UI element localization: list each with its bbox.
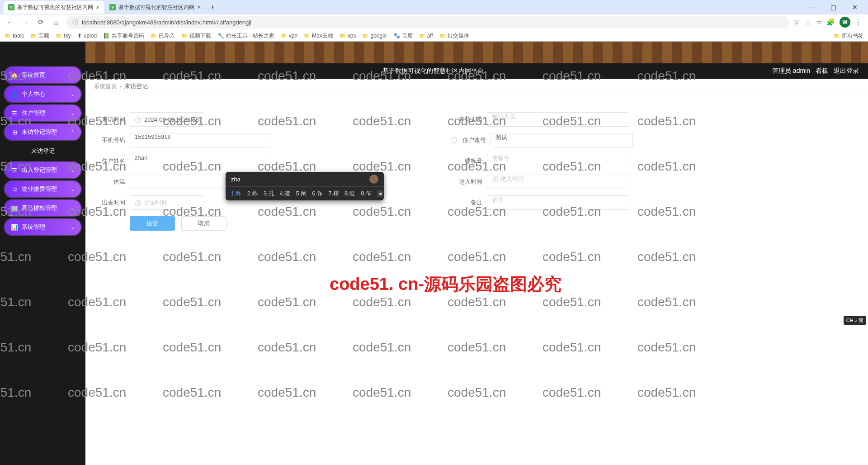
ime-cand-1[interactable]: 1.咋 (231, 190, 242, 198)
ime-cand-3[interactable]: 3.扎 (264, 190, 274, 198)
ime-logo-icon (369, 175, 378, 184)
sidebar-label: 住户管理 (22, 109, 45, 117)
ime-cand-7[interactable]: 7.榨 (328, 190, 339, 198)
bm-item[interactable]: ⬆ uplod (77, 33, 97, 39)
building-input[interactable]: 楼栋号 (487, 154, 629, 168)
submit-button[interactable]: 提交 (130, 216, 175, 231)
ime-prev-icon[interactable]: ◀ (377, 190, 383, 197)
chevron-down-icon: ⌄ (71, 110, 75, 116)
building-label: 楼栋号 (451, 157, 487, 165)
remark-input[interactable]: 备注 (487, 195, 629, 210)
close-window-icon[interactable]: ✕ (848, 4, 862, 11)
bm-folder[interactable]: Max云梯 (304, 32, 333, 40)
breadcrumb-sep: - (120, 83, 122, 90)
chart-icon: 📊 (11, 224, 18, 231)
breadcrumb-root[interactable]: 系统首页 (94, 82, 117, 90)
bm-item[interactable]: 🐾 百度 (393, 32, 413, 40)
sidebar-item-system[interactable]: 📊系统管理⌄ (5, 219, 81, 235)
ime-cand-2[interactable]: 2.炸 (247, 190, 258, 198)
bm-item[interactable]: 📗 共享账号密码 (103, 32, 144, 40)
building-icon: 🏢 (11, 205, 18, 212)
menu-icon[interactable]: ⋮ (855, 18, 862, 26)
chevron-down-icon: ⌄ (71, 91, 75, 97)
sidebar-item-profile[interactable]: 👤个人中心⌄ (5, 86, 81, 102)
profile-avatar[interactable]: W (840, 17, 850, 28)
exit-label: 出去时间 (94, 199, 130, 207)
bm-folder-tools[interactable]: tools (5, 33, 24, 39)
bm-folder[interactable]: aff (419, 33, 433, 39)
bookmarks-bar: tools 宝藏 txy ⬆ uplod 📗 共享账号密码 已导入 视频下载 🔧… (0, 30, 868, 42)
extensions-icon[interactable]: 🧩 (826, 18, 835, 26)
browser-tab-0[interactable]: V 基于数据可视化的智慧社区内网 × (4, 1, 104, 14)
sidebar-label: 系统首页 (22, 71, 45, 79)
ime-cand-4[interactable]: 4.渣 (280, 190, 291, 198)
sidebar-sub-visit[interactable]: 来访登记 (5, 143, 81, 159)
close-icon[interactable]: × (96, 4, 99, 11)
ime-cand-6[interactable]: 6.诈 (312, 190, 323, 198)
sidebar-label: 系统管理 (22, 223, 45, 231)
bm-folder[interactable]: txy (56, 33, 71, 39)
visit-time-input[interactable]: 2024-09-03 10:35:56 (130, 112, 204, 127)
bm-item[interactable]: 🔧 站长工具 - 站长之家 (217, 32, 274, 40)
ime-indicator[interactable]: CH ♪ 简 (844, 316, 866, 325)
radio-icon[interactable] (451, 137, 457, 143)
sidebar-item-fees[interactable]: 🗂物业缴费管理⌄ (5, 181, 81, 197)
app-root: 🏠系统首页 👤个人中心⌄ ☰住户管理⌄ ⊞来访登记管理⌃ 来访登记 ☰出入登记管… (0, 42, 868, 465)
translate-icon[interactable]: ⛬ (805, 19, 811, 26)
logout-link[interactable]: 退出登录 (834, 67, 859, 75)
name-input[interactable]: zhan (130, 154, 272, 168)
new-tab-button[interactable]: + (206, 1, 219, 14)
browser-tab-1[interactable]: V 基于数据可视化的智慧社区内网 × (105, 1, 205, 14)
kanban-link[interactable]: 看板 (816, 67, 828, 75)
bm-folder[interactable]: 宝藏 (30, 32, 49, 40)
chevron-down-icon: ⌄ (71, 167, 75, 173)
list-icon: ☰ (11, 167, 18, 174)
reload-button[interactable]: ⟳ (35, 17, 46, 28)
star-icon[interactable]: ☆ (816, 18, 822, 26)
bm-all[interactable]: 所有书签 (834, 32, 863, 40)
folder-icon: 🗂 (11, 186, 18, 193)
exit-input[interactable]: 出去时间 (130, 195, 204, 210)
bm-folder[interactable]: vps (340, 33, 356, 39)
grid-icon: ⊞ (11, 129, 18, 136)
url-input[interactable]: ⓘ localhost:8080/djangokm488/admin/dist/… (66, 16, 789, 28)
home-icon: 🏠 (11, 72, 18, 79)
home-button[interactable]: ⌂ (51, 17, 61, 28)
maximize-icon[interactable]: ▢ (826, 4, 840, 11)
bm-folder[interactable]: 视频下载 (181, 32, 211, 40)
sidebar-label: 个人中心 (22, 90, 45, 98)
ime-cand-9[interactable]: 9.乍 (361, 190, 372, 198)
minimize-icon[interactable]: — (805, 4, 818, 11)
sidebar-item-danger[interactable]: 🏢高危楼栋管理⌄ (5, 200, 81, 216)
ime-cand-8[interactable]: 8.眨 (344, 190, 355, 198)
url-text: localhost:8080/djangokm488/admin/dist/in… (82, 19, 251, 26)
decorative-band (85, 42, 868, 63)
tab-favicon-icon: V (8, 4, 14, 10)
forward-button[interactable]: → (20, 17, 31, 28)
sidebar-item-home[interactable]: 🏠系统首页 (5, 67, 81, 83)
key-icon[interactable]: ⚿ (793, 19, 800, 26)
sidebar-item-visit-reg[interactable]: ⊞来访登记管理⌃ (5, 124, 81, 140)
entry-label: 进入时间 (451, 178, 487, 186)
visitor-label: 来访人员 (451, 115, 487, 123)
phone-input[interactable]: 15915915918 (130, 133, 272, 147)
header-bar: 基于数据可视化的智慧社区内网平台 管理员 admin 看板 退出登录 (85, 63, 868, 79)
bm-folder[interactable]: 已导入 (151, 32, 175, 40)
bm-folder[interactable]: 社交媒体 (439, 32, 469, 40)
cancel-button[interactable]: 取消 (181, 216, 226, 231)
ime-candidates: 1.咋 2.炸 3.扎 4.渣 5.闸 6.诈 7.榨 8.眨 9.乍 ◀▶▾ (226, 187, 384, 200)
bm-folder[interactable]: google (362, 33, 387, 39)
chevron-down-icon: ⌄ (71, 205, 75, 211)
sidebar-item-residents[interactable]: ☰住户管理⌄ (5, 105, 81, 121)
window-controls: — ▢ ✕ (805, 4, 868, 11)
sidebar-item-access[interactable]: ☰出入登记管理⌄ (5, 162, 81, 178)
browser-chrome: V 基于数据可视化的智慧社区内网 × V 基于数据可视化的智慧社区内网 × + … (0, 0, 868, 42)
ime-cand-5[interactable]: 5.闸 (296, 190, 307, 198)
bm-folder[interactable]: vpn (281, 33, 297, 39)
back-button[interactable]: ← (5, 17, 15, 28)
close-icon[interactable]: × (197, 4, 201, 11)
sidebar-label: 高危楼栋管理 (22, 204, 57, 212)
entry-input[interactable]: 进入时间 (487, 175, 629, 189)
account-input[interactable]: 测试 (491, 133, 633, 147)
visitor-input[interactable]: 来访人员 (487, 112, 629, 127)
